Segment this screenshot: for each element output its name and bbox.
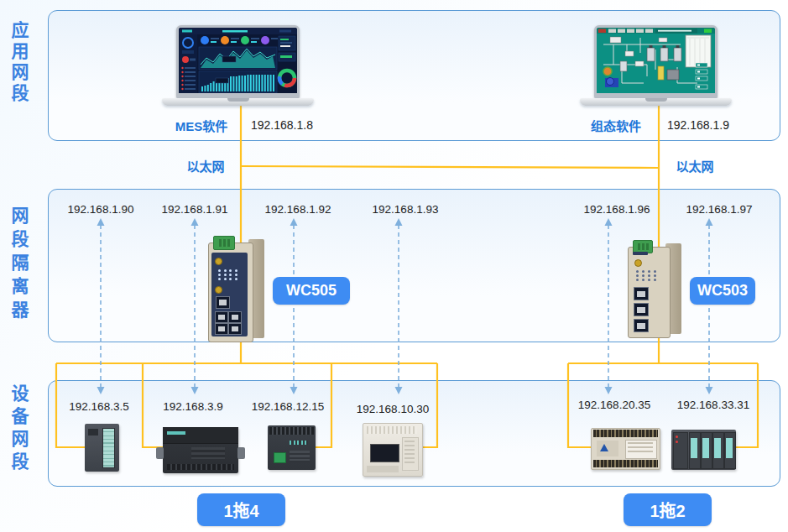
wc505-antenna-connector	[215, 258, 222, 265]
plc2-label-lines	[191, 447, 225, 459]
plc5-device	[591, 428, 660, 470]
mes-software-label: MES软件	[175, 117, 228, 134]
plc2-brand-mark	[167, 431, 185, 435]
wc505-badge: WC505	[273, 277, 350, 305]
plc4-display-window	[370, 444, 399, 462]
mes-dashboard-art	[179, 28, 297, 93]
mes-laptop-screen	[176, 25, 300, 98]
wan-ip-93: 192.168.1.93	[373, 203, 439, 216]
plc6-cpu-led-2	[676, 441, 678, 443]
isolator-segment-label: 网段隔离器	[8, 204, 31, 326]
plc5-io-panel-lines	[628, 442, 653, 455]
wc505-lan-port-2	[228, 311, 242, 323]
plc4-bottom-strip	[367, 466, 399, 472]
wc503-port-1	[634, 287, 649, 300]
wc505-lan-port-4	[228, 323, 242, 335]
plc6-module-4-window	[726, 438, 733, 458]
plc5-delta-logo	[600, 444, 608, 451]
plc1-ip: 192.168.3.5	[69, 400, 128, 413]
wc505-wan-port	[216, 296, 230, 309]
scada-laptop	[580, 25, 732, 107]
plc6-device	[671, 430, 736, 470]
plc3-led-row	[290, 441, 308, 445]
wan-ip-92: 192.168.1.92	[265, 203, 331, 216]
scada-software-label: 组态软件	[591, 117, 641, 134]
ethernet-cross-link	[241, 166, 659, 168]
drop-to-plc2	[143, 363, 163, 447]
plc4-ip: 192.168.10.30	[357, 403, 429, 415]
wc503-device	[628, 240, 681, 336]
wc503-logo	[633, 252, 648, 255]
plc2-device	[163, 427, 238, 473]
plc5-ip: 192.168.20.35	[578, 399, 650, 411]
mes-laptop-base	[162, 98, 314, 106]
wan-ip-90: 192.168.1.90	[68, 203, 134, 216]
mes-ip: 192.168.1.8	[251, 118, 313, 132]
wan-ip-97: 192.168.1.97	[686, 203, 753, 216]
wc503-port-3	[634, 319, 649, 332]
wan-ip-96: 192.168.1.96	[584, 203, 650, 216]
plc3-device	[268, 425, 316, 470]
scada-ip: 192.168.1.9	[667, 118, 729, 132]
plc4-vents	[367, 426, 417, 434]
plc1-led-strip	[102, 428, 115, 468]
plc3-terminal-row	[269, 427, 314, 435]
plc6-cpu-led-1	[676, 436, 678, 438]
wan-ip-91: 192.168.1.91	[162, 203, 228, 216]
wc505-terminal-block	[213, 236, 235, 250]
plc5-terminal-bottom	[593, 460, 658, 467]
wc505-antenna-connector-2	[215, 286, 222, 294]
arrowheads	[97, 218, 713, 394]
plc6-ip: 192.168.33.31	[677, 399, 749, 411]
wc503-badge: WC503	[690, 277, 755, 305]
wc503-antenna-connector	[634, 259, 642, 267]
wc505-lan-port-3	[215, 323, 228, 335]
plc1-label-area	[88, 429, 98, 436]
application-segment-label: 应用网段	[8, 20, 31, 106]
plc3-ip: 192.168.12.15	[252, 400, 324, 413]
ethernet-label-right: 以太网	[676, 157, 713, 175]
plc2-mount-tab-left	[156, 447, 164, 459]
plc2-terminal-row	[167, 464, 234, 470]
wc503-port-2	[634, 303, 649, 316]
network-diagram: 应用网段 网段隔离器 设备网段	[0, 0, 788, 532]
ethernet-label-left: 以太网	[186, 157, 224, 175]
plc3-ethernet-port	[274, 452, 286, 463]
one-to-two-badge: 1拖2	[624, 493, 712, 526]
plc4-right-panel-lines	[404, 441, 415, 464]
plc1-device	[85, 424, 119, 472]
scada-laptop-base	[580, 98, 732, 106]
wc505-device	[208, 236, 264, 341]
scada-laptop-screen	[594, 25, 718, 98]
one-to-four-badge: 1拖4	[197, 493, 285, 526]
wc505-lan-port-1	[215, 311, 228, 323]
plc4-device	[363, 423, 423, 477]
wc503-led-grid	[636, 270, 658, 281]
scada-art	[597, 28, 715, 93]
mes-laptop	[162, 25, 314, 107]
mes-laptop-notch	[227, 98, 249, 102]
plc3-label-lines	[290, 451, 310, 462]
plc2-top-band	[163, 427, 238, 444]
wc505-led-grid	[218, 269, 238, 280]
plc6-module-2-window	[702, 438, 709, 458]
plc6-module-3-window	[714, 438, 721, 458]
device-segment-label: 设备网段	[8, 382, 31, 477]
plc2-mount-tab-right	[237, 447, 245, 459]
plc6-module-1-window	[691, 438, 697, 458]
plc2-ip: 192.168.3.9	[163, 400, 222, 413]
scada-laptop-notch	[645, 98, 667, 102]
plc5-terminal-top	[593, 430, 658, 437]
